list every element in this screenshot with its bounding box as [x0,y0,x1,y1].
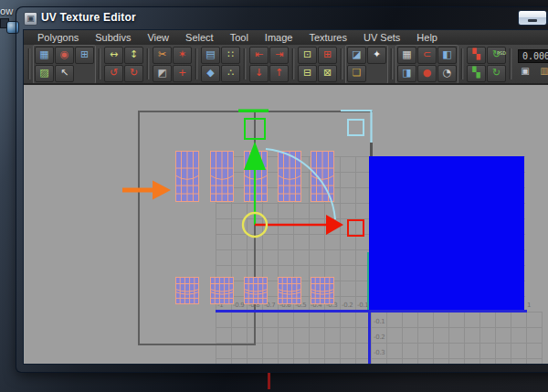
toolbar-group: ▚↻PSD▚↻ [466,46,507,83]
isolate-select-add-button[interactable]: ⊞ [318,47,337,64]
scale-v-handle-square[interactable] [245,119,265,139]
select-shortest-path-tool[interactable]: ↖ [55,65,74,82]
use-image-ratio-toggle[interactable]: ▚ [467,65,486,82]
uv-lattice-tool[interactable]: ▦ [35,47,54,64]
display-image-toggle[interactable]: ◪ [347,47,366,64]
display-unfiltered-toggle[interactable]: ✦ [367,47,386,64]
uv-tweak-tool[interactable]: ▨ [35,65,54,82]
rotate-uvs-ccw-button[interactable]: ↺ [104,65,123,82]
menu-uv-sets[interactable]: UV Sets [355,30,408,45]
toolbar-group: ⇤⇥↓↑ [248,46,290,83]
toolbar-separator [146,48,150,79]
texture-borders-toggle[interactable]: ◨ [397,65,416,82]
uv-canvas[interactable]: -1-0.9-0.8-0.7-0.6-0.5-0.4-0.3-0.2-0.11-… [24,84,548,364]
background-partial-label: how [0,5,13,16]
uv-smudge-tool[interactable]: ◉ [55,47,74,64]
scale-corner-bracket [341,111,372,143]
scale-corner-handle-square[interactable] [348,120,364,135]
move-uv-shell-tool[interactable]: ⊞ [75,47,94,64]
align-min-u-button[interactable]: ⇤ [249,47,269,64]
toolbar-row: ▨↖ [35,65,94,82]
toolbar-separator [243,48,247,79]
shade-uvs-toggle[interactable]: ◧ [437,47,457,64]
toolbar-separator [340,48,343,79]
orange-callout-arrow-head [153,181,171,200]
scale-u-handle-square[interactable] [348,220,364,236]
rotate-uvs-cw-button[interactable]: ↻ [124,65,143,82]
toolbar-row: ◪✦ [347,47,386,64]
paste-uvs-button[interactable]: ▥ [537,65,548,79]
update-psd-networks-button-tag: PSD [497,47,506,60]
toolbar-row: ↓↑ [249,65,289,82]
menu-view[interactable]: View [139,30,177,45]
update-psd-networks-button[interactable]: ↻PSD [487,47,506,64]
window-icon: ▣ [24,12,37,26]
clipboard-row: ▣▥▯▯⊡ [518,65,548,79]
cut-uv-edges-button[interactable]: ✂ [153,47,172,64]
unfold-uvs-button[interactable]: ∷ [221,47,240,64]
toolbar-separator [195,48,198,79]
layout-uvs-button[interactable]: ▤ [201,47,220,64]
uv-texture-editor-window: ▣ UV Texture Editor PolygonsSubdivsViewS… [16,7,548,372]
toolbar-separator [98,48,101,79]
toolbar-row: ❏ [347,65,386,82]
split-uvs-button[interactable]: ✶ [173,47,192,64]
menu-bar: PolygonsSubdivsViewSelectToolImageTextur… [24,30,548,45]
scale-v-handle-bar[interactable] [238,110,269,112]
uv-value-row: 0.0000.000↻0.0 [518,49,548,63]
toolbar-group: ⊡⊞⊟⊠ [297,46,338,83]
toolbar-row: ◩+ [153,65,192,82]
toolbar-group: ▦◉⊞▨↖ [33,45,96,84]
isolate-select-toggle[interactable]: ⊡ [298,47,317,64]
toolbar-group: ▤∷◆∴ [200,46,241,83]
minimize-icon [528,19,537,22]
edit-texture-button[interactable]: ❏ [347,65,366,82]
grid-uvs-button[interactable]: ◩ [153,65,172,82]
flip-v-button[interactable]: ↕ [124,47,143,64]
toolbar-row: ▚↻ [467,65,506,82]
toolbar-separator [460,48,464,79]
toolbar-row: ⇤⇥ [249,47,289,64]
menu-textures[interactable]: Textures [300,30,355,45]
u-coordinate-field[interactable]: 0.000 [518,49,548,63]
menu-polygons[interactable]: Polygons [29,30,87,45]
menu-help[interactable]: Help [408,30,446,45]
isolate-select-clear-button[interactable]: ⊠ [318,65,337,82]
toolbar-row: ⊡⊞ [298,47,337,64]
toggle-grid-button[interactable]: ▦ [397,47,416,64]
red-tick-annotation [268,373,270,389]
align-max-v-button[interactable]: ↑ [269,65,289,82]
toolbar-group: ↔↕↺↻ [103,46,144,83]
copy-uvs-button[interactable]: ▣ [518,65,532,79]
menu-image[interactable]: Image [257,30,301,45]
menu-tool[interactable]: Tool [222,30,257,45]
display-rgb-channels-button[interactable]: ● [417,65,437,82]
relax-uvs-button[interactable]: ∴ [221,65,240,82]
toolbar-separator [291,48,295,79]
toolbar-row: ↔↕ [104,47,143,64]
rotate-arc-handle[interactable] [266,149,335,219]
isolate-select-remove-button[interactable]: ⊟ [298,65,317,82]
sew-uv-edges-button[interactable]: + [173,65,192,82]
toolbar-row: ▦⊂◧ [397,47,457,64]
move-v-arrowhead[interactable] [244,142,266,170]
dim-image-toggle[interactable]: ▚ [467,47,486,64]
menu-subdivs[interactable]: Subdivs [87,30,139,45]
toolbar-row: ▦◉⊞ [35,47,94,64]
toolbar-group: ◪✦❏ [345,45,388,84]
menu-select[interactable]: Select [177,30,222,45]
pixel-snap-button[interactable]: ⊂ [417,47,437,64]
toolbar-separator [390,48,394,79]
move-and-sew-uvs-button[interactable]: ◆ [201,65,220,82]
titlebar[interactable]: ▣ UV Texture Editor [16,7,548,29]
flip-u-button[interactable]: ↔ [104,47,123,64]
uv-value-panel: 0.0000.000↻0.0▣▥▯▯⊡ [518,49,548,79]
align-max-u-button[interactable]: ⇥ [269,47,289,64]
refresh-texture-button[interactable]: ↻ [487,65,506,82]
display-alpha-channel-button[interactable]: ◔ [437,65,457,82]
toolbar-group: ✂✶◩+ [152,46,193,83]
align-min-v-button[interactable]: ↓ [249,65,269,82]
minimize-button[interactable] [518,10,547,26]
manipulator-overlay [24,85,548,364]
toolbar-group: ▦⊂◧◨●◔ [395,45,458,84]
